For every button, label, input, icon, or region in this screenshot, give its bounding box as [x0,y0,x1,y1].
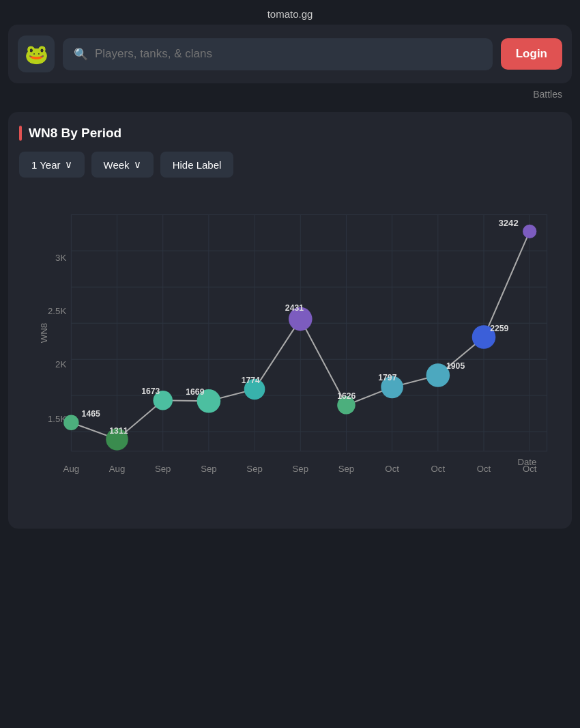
svg-text:Sep: Sep [293,464,309,474]
svg-text:1626: 1626 [337,391,356,401]
interval-selector[interactable]: Week ∨ [91,152,154,178]
data-point-0 [63,415,78,430]
svg-text:Aug: Aug [63,464,80,474]
chart-container: .axis-text { fill: #888; font-size: 13px… [19,190,561,518]
header: 🐸 🔍 Login [8,25,572,83]
login-button[interactable]: Login [501,38,562,70]
svg-text:1905: 1905 [446,361,465,371]
top-bar: tomato.gg [0,0,580,25]
search-icon: 🔍 [74,47,88,61]
period-selector[interactable]: 1 Year ∨ [19,152,85,178]
svg-text:2.5K: 2.5K [48,306,66,316]
logo: 🐸 [18,36,55,72]
svg-text:1673: 1673 [141,387,160,396]
svg-text:2259: 2259 [490,324,508,333]
svg-text:Aug: Aug [109,464,126,474]
section-title: WN8 By Period [29,126,121,141]
search-bar[interactable]: 🔍 [63,38,493,70]
battles-label: Battles [8,83,572,100]
svg-text:Date: Date [517,457,536,467]
chart-section: WN8 By Period 1 Year ∨ Week ∨ Hide Label… [8,112,572,529]
svg-text:1465: 1465 [82,409,100,419]
data-point-10 [523,225,536,238]
svg-text:Sep: Sep [338,464,355,474]
svg-text:WN8: WN8 [39,323,49,343]
svg-text:Oct: Oct [431,464,446,474]
svg-text:1311: 1311 [109,426,128,436]
svg-text:1774: 1774 [242,376,260,385]
svg-text:Oct: Oct [385,464,399,474]
svg-text:Oct: Oct [477,464,491,474]
svg-text:1669: 1669 [186,387,204,397]
red-accent-bar [19,126,22,141]
svg-text:Sep: Sep [246,464,263,474]
svg-text:2431: 2431 [285,303,304,313]
controls: 1 Year ∨ Week ∨ Hide Label [19,152,561,178]
svg-text:3242: 3242 [498,218,518,228]
svg-text:Sep: Sep [201,464,217,474]
svg-text:3K: 3K [55,253,66,263]
wn8-chart: .axis-text { fill: #888; font-size: 13px… [19,190,561,518]
svg-text:Sep: Sep [155,464,171,474]
section-header: WN8 By Period [19,126,561,141]
svg-text:1797: 1797 [378,373,396,382]
hide-label-button[interactable]: Hide Label [160,152,234,178]
search-input[interactable] [95,47,482,61]
site-title: tomato.gg [267,8,313,20]
svg-text:2K: 2K [55,359,66,369]
